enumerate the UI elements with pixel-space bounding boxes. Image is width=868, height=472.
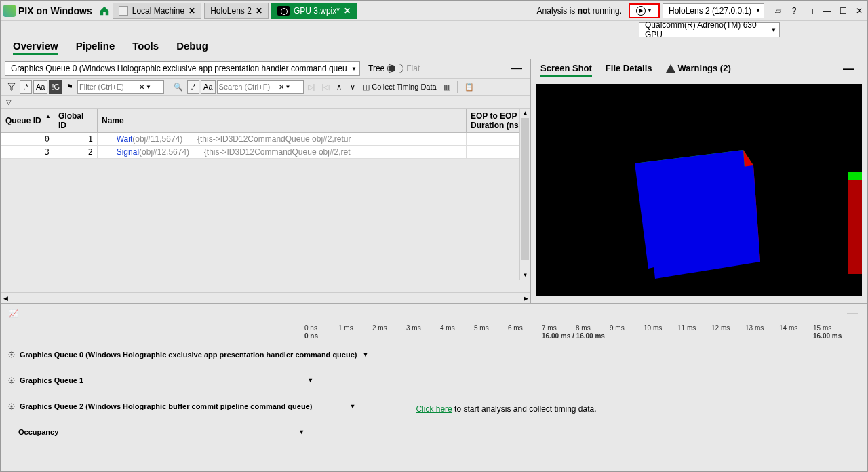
case-toggle[interactable]: Aa <box>33 80 47 94</box>
svg-point-7 <box>11 354 13 356</box>
vertical-scrollbar[interactable]: ▲ ▼ <box>519 109 530 280</box>
clear-icon[interactable]: ✕ <box>279 83 284 91</box>
help-icon[interactable]: ? <box>789 5 800 16</box>
chevron-down-icon: ▼ <box>351 66 357 72</box>
tab-label: GPU 3.wpix* <box>294 6 340 16</box>
lane-label: Graphics Queue 0 (Windows Holographic ex… <box>20 351 357 359</box>
queue-dropdown[interactable]: Graphics Queue 0 (Windows Holographic ex… <box>5 61 360 76</box>
search-field[interactable] <box>219 83 279 91</box>
device-dropdown[interactable]: HoloLens 2 (127.0.0.1) ▼ <box>663 3 764 18</box>
tab-tools[interactable]: Tools <box>132 40 159 55</box>
svg-marker-3 <box>645 165 760 279</box>
maximize-button[interactable]: ☐ <box>837 5 848 16</box>
cell-global-id: 1 <box>54 133 98 146</box>
cell-queue-id: 0 <box>1 133 54 146</box>
tree-flat-toggle[interactable]: Tree Flat <box>368 64 420 73</box>
chevron-down-icon[interactable]: ▼ <box>307 377 313 384</box>
machine-icon <box>119 6 128 16</box>
col-name[interactable]: Name <box>98 109 467 133</box>
timeline-lane[interactable]: Graphics Queue 1 ▼ <box>1 368 867 393</box>
home-icon[interactable] <box>99 5 110 16</box>
analysis-status: Analysis is not running. <box>537 6 622 16</box>
clear-icon[interactable]: ✕ <box>139 83 144 91</box>
tab-warnings[interactable]: Warnings (2) <box>666 63 731 77</box>
tab-pipeline[interactable]: Pipeline <box>76 40 115 55</box>
timeline-lane[interactable]: Occupancy ▼ <box>1 419 867 445</box>
collapse-pane-button[interactable]: — <box>839 63 858 77</box>
start-analysis-link[interactable]: Click here <box>416 404 452 414</box>
step-back-icon[interactable]: ▷| <box>305 80 318 94</box>
tab-hololens2[interactable]: HoloLens 2 ✕ <box>204 3 269 19</box>
toggle-switch <box>387 64 403 73</box>
col-queue-id[interactable]: Queue ID▲ <box>1 109 54 133</box>
table-row[interactable]: 3 2 Signal(obj#12,5674) {this->ID3D12Com… <box>1 146 530 159</box>
lane-label: Graphics Queue 2 (Windows Holographic bu… <box>20 402 312 410</box>
tab-overview[interactable]: Overview <box>13 40 58 55</box>
play-icon <box>636 6 646 16</box>
case-toggle[interactable]: Aa <box>201 80 215 94</box>
chat-icon[interactable]: ◻ <box>805 5 816 16</box>
minimize-button[interactable]: — <box>821 5 832 16</box>
search-input[interactable]: ✕ ▼ <box>217 80 304 94</box>
marker-icon[interactable]: ▽ <box>6 98 12 106</box>
chevron-down-icon[interactable]: ▼ <box>146 84 151 90</box>
start-analysis-button[interactable]: ▼ <box>629 3 660 18</box>
chevron-down-icon[interactable]: ▼ <box>349 403 355 410</box>
up-icon[interactable]: ∧ <box>333 80 345 94</box>
analysis-hint: Click here to start analysis and collect… <box>416 404 596 414</box>
chevron-down-icon[interactable]: ▼ <box>285 84 291 90</box>
dropdown-label: HoloLens 2 (127.0.0.1) <box>669 6 751 16</box>
dropdown-label: Graphics Queue 0 (Windows Holographic ex… <box>11 64 347 73</box>
flat-label: Flat <box>406 64 420 73</box>
collapse-pane-button[interactable]: — <box>507 62 526 75</box>
svg-marker-5 <box>848 180 862 274</box>
regex-toggle[interactable]: .* <box>20 80 32 94</box>
flag-icon[interactable]: ⚑ <box>64 80 76 94</box>
tab-label: Local Machine <box>132 6 184 16</box>
regex-toggle[interactable]: .* <box>187 80 199 94</box>
svg-marker-4 <box>848 172 862 180</box>
timeline-pane: 📈 — 0 ns 1 ms 2 ms 3 ms 4 ms 5 ms 6 ms 7… <box>1 303 867 469</box>
tab-file-details[interactable]: File Details <box>606 63 652 77</box>
collect-timing-button[interactable]: ◫Collect Timing Data <box>360 80 439 94</box>
down-icon[interactable]: ∨ <box>347 80 359 94</box>
close-icon[interactable]: ✕ <box>189 6 195 16</box>
global-toggle[interactable]: !G <box>49 80 62 94</box>
dropdown-label: Qualcomm(R) Adreno(TM) 630 GPU <box>645 20 767 39</box>
timeline-lane[interactable]: Graphics Queue 0 (Windows Holographic ex… <box>1 342 867 368</box>
horizontal-scrollbar[interactable]: ◀ ▶ <box>1 292 530 303</box>
gear-icon <box>7 351 16 359</box>
svg-point-11 <box>11 406 13 408</box>
collect-label: Collect Timing Data <box>372 83 436 91</box>
events-toolbar: .* Aa !G ⚑ ✕ ▼ 🔍 .* Aa ✕ ▼ ▷| |◁ ∧ ∨ ◫C <box>1 78 530 96</box>
collapse-pane-button[interactable]: — <box>843 307 862 320</box>
chevron-down-icon[interactable]: ▼ <box>362 351 368 358</box>
tab-screenshot[interactable]: Screen Shot <box>540 63 592 77</box>
close-button[interactable]: ✕ <box>854 5 865 16</box>
cell-name: Wait(obj#11,5674) {this->ID3D12CommandQu… <box>98 133 467 146</box>
filter-field[interactable] <box>79 83 139 91</box>
chart-mode-icon[interactable]: 📈 <box>6 307 21 320</box>
gpu-dropdown[interactable]: Qualcomm(R) Adreno(TM) 630 GPU ▼ <box>639 22 780 37</box>
col-global-id[interactable]: Global ID <box>54 109 98 133</box>
gear-icon <box>7 376 16 385</box>
search-icon[interactable]: 🔍 <box>171 80 186 94</box>
gear-icon <box>7 402 16 410</box>
step-start-icon[interactable]: |◁ <box>319 80 332 94</box>
feedback-icon[interactable]: ▱ <box>772 5 783 16</box>
tab-debug[interactable]: Debug <box>176 40 208 55</box>
close-icon[interactable]: ✕ <box>344 6 351 16</box>
close-icon[interactable]: ✕ <box>256 6 262 16</box>
app-logo <box>3 5 16 17</box>
chevron-down-icon[interactable]: ▼ <box>298 429 304 435</box>
tab-local-machine[interactable]: Local Machine ✕ <box>113 3 201 19</box>
preview-pane: Screen Shot File Details Warnings (2) — <box>531 59 867 303</box>
chart-icon[interactable]: ▥ <box>441 80 453 94</box>
tab-gpu3[interactable]: GPU 3.wpix* ✕ <box>271 3 357 19</box>
table-row[interactable]: 0 1 Wait(obj#11,5674) {this->ID3D12Comma… <box>1 133 530 146</box>
clipboard-icon[interactable]: 📋 <box>462 80 477 94</box>
filter-input[interactable]: ✕ ▼ <box>77 80 164 94</box>
tree-label: Tree <box>368 64 384 73</box>
filter-icon[interactable] <box>5 80 18 94</box>
cell-global-id: 2 <box>54 146 98 159</box>
